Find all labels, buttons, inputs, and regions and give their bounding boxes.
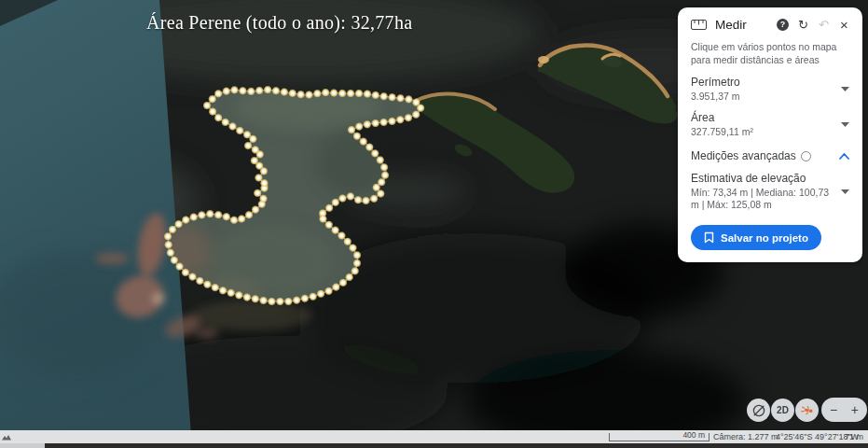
elevation-row: Estimativa de elevação Mín: 73,34 m | Me… (691, 172, 851, 211)
restart-measure-button[interactable]: ↻ (796, 18, 810, 32)
measure-panel: Medir ? ↻ ↶ × Clique em vários pontos no… (678, 7, 862, 262)
close-panel-button[interactable]: × (837, 18, 851, 32)
close-icon: × (840, 18, 848, 32)
save-to-project-button[interactable]: Salvar no projeto (691, 225, 821, 250)
compass-icon (751, 403, 766, 418)
perimeter-value: 3.951,37 m (691, 91, 839, 103)
measure-panel-header: Medir ? ↻ ↶ × (691, 18, 851, 32)
earth-app-window: Área Perene (todo o ano): 32,77ha Medir … (0, 0, 868, 448)
panel-title: Medir (715, 18, 776, 32)
refresh-icon: ↻ (798, 19, 808, 31)
area-unit-dropdown[interactable] (839, 120, 851, 129)
perimeter-unit-dropdown[interactable] (839, 85, 851, 93)
perimeter-label: Perímetro (691, 76, 839, 89)
window-bottom-edge-left (0, 443, 45, 448)
elevation-value: Mín: 73,34 m | Mediana: 100,73 m | Máx: … (691, 187, 839, 211)
elevation-unit-dropdown[interactable] (839, 188, 851, 196)
measure-instructions: Clique em vários pontos no mapa para med… (691, 40, 851, 66)
panel-header-actions: ? ↻ ↶ × (776, 18, 851, 32)
status-bar: 400 m Câmera: 1.277 m 4°25'46"S 49°27'18… (0, 430, 868, 443)
scale-label: 400 m (682, 430, 705, 440)
chevron-down-icon (841, 189, 849, 194)
compass-button[interactable] (747, 399, 770, 422)
zoom-out-button[interactable]: − (830, 403, 837, 416)
ruler-icon (691, 20, 707, 30)
chevron-down-icon (841, 87, 849, 91)
imagery-attribution-icon (2, 433, 11, 442)
2d-label: 2D (777, 405, 789, 415)
info-icon (801, 151, 811, 161)
advanced-measurements-toggle[interactable]: Medições avançadas (691, 149, 851, 162)
pegman-icon (800, 403, 814, 417)
advanced-label: Medições avançadas (691, 149, 796, 162)
chevron-down-icon (841, 122, 849, 127)
help-button[interactable]: ? (776, 18, 790, 32)
2d-mode-button[interactable]: 2D (771, 399, 794, 422)
scale-bar: 400 m (609, 433, 710, 441)
zoom-control: − + (821, 398, 867, 422)
undo-button[interactable]: ↶ (817, 18, 831, 32)
window-bottom-edge (0, 443, 868, 448)
area-label: Área (691, 111, 839, 124)
save-button-label: Salvar no projeto (721, 232, 808, 244)
elevation-label: Estimativa de elevação (691, 172, 839, 185)
area-row: Área 327.759,11 m² (691, 111, 851, 138)
terrain-altitude: 71 m (845, 432, 863, 441)
help-icon: ? (777, 19, 789, 31)
bookmark-icon (704, 231, 714, 244)
map-area-label: Área Perene (todo o ano): 32,77ha (146, 12, 412, 34)
collapse-advanced-button[interactable] (837, 151, 851, 161)
perimeter-row: Perímetro 3.951,37 m (691, 76, 851, 103)
camera-altitude: Câmera: 1.277 m (713, 432, 778, 441)
pegman-button[interactable] (795, 399, 819, 422)
area-value: 327.759,11 m² (691, 126, 839, 138)
chevron-up-icon (839, 153, 849, 160)
zoom-in-button[interactable]: + (851, 403, 859, 416)
undo-icon: ↶ (819, 19, 829, 31)
